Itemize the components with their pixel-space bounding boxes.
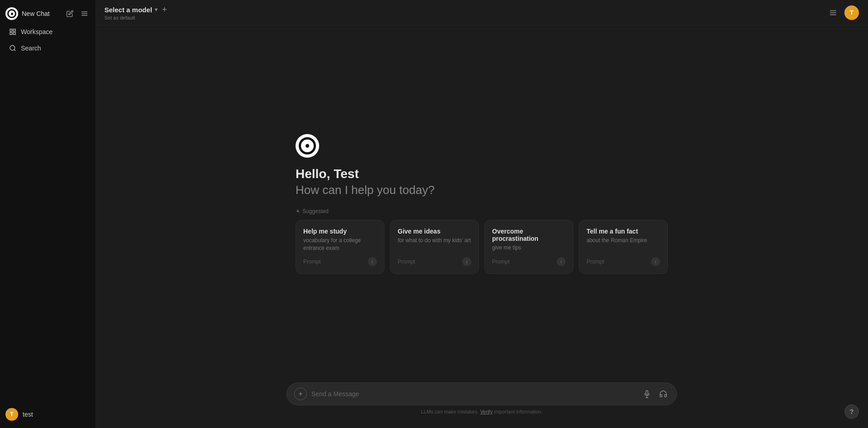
card-footer-2: Prompt ↑ (492, 257, 566, 266)
model-selector[interactable]: Select a model ▾ + Set as default (104, 5, 167, 20)
set-default-label[interactable]: Set as default (104, 15, 167, 20)
card-prompt-label-0: Prompt (303, 259, 321, 265)
svg-rect-4 (13, 29, 15, 31)
search-label: Search (21, 45, 41, 52)
menu-icon-button[interactable] (79, 8, 90, 19)
new-chat-button[interactable]: New Chat (5, 7, 64, 20)
svg-point-7 (10, 45, 15, 50)
sidebar-item-search[interactable]: Search (3, 40, 93, 56)
card-arrow-2: ↑ (557, 257, 566, 266)
edit-icon-button[interactable] (64, 8, 75, 19)
app-logo (296, 134, 319, 158)
help-button[interactable]: ? (844, 404, 859, 419)
card-title-0: Help me study (303, 228, 377, 235)
card-title-1: Give me ideas (398, 228, 471, 235)
main-content: Select a model ▾ + Set as default T (95, 0, 868, 428)
card-subtitle-2: give me tips (492, 244, 566, 252)
topbar-right: T (826, 5, 859, 20)
headphones-icon (659, 390, 667, 398)
card-arrow-1: ↑ (462, 257, 471, 266)
suggestion-cards: Help me study vocabulary for a college e… (296, 220, 668, 274)
svg-rect-6 (10, 32, 12, 35)
topbar: Select a model ▾ + Set as default T (95, 0, 868, 25)
center-content: Hello, Test How can I help you today? ✦ … (95, 25, 868, 428)
card-subtitle-1: for what to do with my kids' art (398, 237, 471, 244)
greeting-section: Hello, Test How can I help you today? ✦ … (286, 134, 677, 274)
suggested-label: ✦ Suggested (296, 208, 668, 214)
card-footer-3: Prompt ↑ (587, 257, 660, 266)
suggestion-card-3[interactable]: Tell me a fun fact about the Roman Empir… (579, 220, 668, 274)
user-avatar-small: T (5, 408, 18, 421)
user-avatar-large[interactable]: T (844, 5, 859, 20)
spark-icon: ✦ (296, 208, 300, 214)
disclaimer: LLMs can make mistakes. Verify important… (286, 409, 677, 414)
disclaimer-text-2: important information. (493, 409, 542, 414)
app-logo-small (5, 7, 18, 20)
add-model-button[interactable]: + (162, 5, 167, 15)
model-name: Select a model (104, 6, 152, 14)
verify-link[interactable]: Verify (480, 409, 493, 414)
svg-rect-3 (10, 29, 12, 31)
sidebar-icon-group (64, 8, 90, 19)
card-subtitle-0: vocabulary for a college entrance exam (303, 237, 377, 252)
card-arrow-3: ↑ (651, 257, 660, 266)
greeting-title: Hello, Test (296, 167, 668, 181)
user-name: test (23, 411, 33, 418)
chevron-down-icon: ▾ (155, 6, 158, 13)
search-icon (9, 45, 16, 52)
message-input-wrapper: + (286, 383, 677, 405)
sidebar-item-workspace[interactable]: Workspace (3, 24, 93, 40)
attach-button[interactable]: + (294, 388, 307, 400)
card-prompt-label-2: Prompt (492, 259, 510, 265)
card-arrow-0: ↑ (368, 257, 377, 266)
disclaimer-text: LLMs can make mistakes. (421, 409, 480, 414)
card-footer-1: Prompt ↑ (398, 257, 471, 266)
card-footer-0: Prompt ↑ (303, 257, 377, 266)
card-prompt-label-3: Prompt (587, 259, 604, 265)
settings-icon-button[interactable] (826, 6, 840, 20)
sidebar-header: New Chat (0, 4, 95, 24)
card-title-2: Overcome procrastination (492, 228, 566, 242)
suggestion-card-0[interactable]: Help me study vocabulary for a college e… (296, 220, 385, 274)
microphone-icon (643, 390, 651, 398)
headphones-icon-button[interactable] (657, 388, 669, 400)
svg-rect-5 (13, 32, 15, 35)
suggestion-card-2[interactable]: Overcome procrastination give me tips Pr… (484, 220, 573, 274)
svg-line-8 (14, 50, 15, 51)
sidebar: New Chat Workspac (0, 0, 95, 428)
user-profile[interactable]: T test (0, 404, 95, 424)
card-prompt-label-1: Prompt (398, 259, 415, 265)
card-title-3: Tell me a fun fact (587, 228, 660, 235)
message-input[interactable] (311, 390, 636, 398)
new-chat-label: New Chat (22, 10, 49, 17)
bottom-bar: + LLMs can make mistakes. Verify imp (95, 375, 868, 428)
microphone-icon-button[interactable] (641, 388, 653, 400)
workspace-label: Workspace (21, 28, 53, 35)
workspace-icon (9, 28, 16, 35)
suggestion-card-1[interactable]: Give me ideas for what to do with my kid… (390, 220, 479, 274)
settings-icon (829, 9, 837, 17)
card-subtitle-3: about the Roman Empire (587, 237, 660, 244)
svg-rect-12 (646, 391, 648, 395)
greeting-subtitle: How can I help you today? (296, 183, 668, 197)
